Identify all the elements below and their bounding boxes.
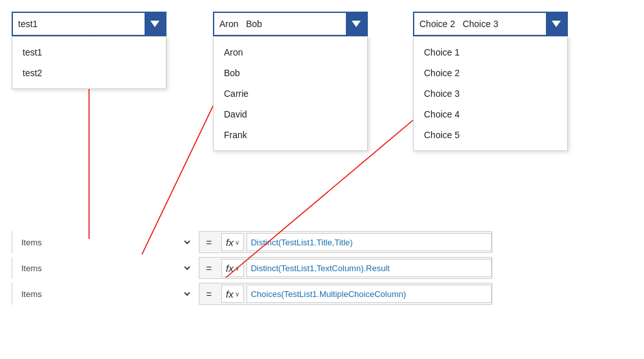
dropdown-2-header[interactable]: Aron Bob — [213, 12, 368, 36]
formula-expression-2[interactable]: Distinct(TestList1,TextColumn).Result — [247, 259, 492, 277]
fx-button-2[interactable]: fx ∨ — [221, 259, 244, 277]
fx-button-1[interactable]: fx ∨ — [221, 233, 244, 251]
equals-sign-3: = — [199, 289, 219, 300]
dropdown-3: Choice 2 Choice 3 Choice 1 Choice 2 Choi… — [413, 12, 568, 36]
dropdown-1-selected: test1 — [18, 19, 145, 29]
fx-chevron-2: ∨ — [235, 265, 239, 272]
formula-row-3: Items = fx ∨ Choices(TestList1.MultipleC… — [12, 283, 492, 305]
fx-chevron-1: ∨ — [235, 239, 239, 246]
property-select-3[interactable]: Items — [19, 289, 192, 300]
formula-rows-container: Items = fx ∨ Distinct(TestList1.Title,Ti… — [12, 231, 492, 305]
list-item[interactable]: Carrie — [214, 83, 367, 104]
dropdown-1-arrow[interactable] — [145, 12, 165, 36]
fx-text-2: fx — [226, 263, 234, 274]
dropdown-1: test1 test1 test2 — [12, 12, 166, 36]
dropdown-3-header[interactable]: Choice 2 Choice 3 — [413, 12, 568, 36]
list-item[interactable]: David — [214, 104, 367, 125]
list-item[interactable]: Aron — [214, 42, 367, 63]
dropdown-3-arrow[interactable] — [546, 12, 567, 36]
formula-property-1[interactable]: Items — [12, 231, 199, 253]
list-item[interactable]: test1 — [12, 42, 166, 63]
dropdown-2-selected: Aron Bob — [219, 19, 346, 29]
svg-marker-1 — [352, 21, 361, 27]
formula-expression-3[interactable]: Choices(TestList1.MultipleChoiceColumn) — [247, 285, 492, 303]
property-select-1[interactable]: Items — [19, 237, 192, 248]
fx-text-1: fx — [226, 237, 234, 248]
list-item[interactable]: Choice 4 — [414, 104, 567, 125]
svg-marker-0 — [150, 21, 159, 27]
formula-row-2: Items = fx ∨ Distinct(TestList1,TextColu… — [12, 257, 492, 279]
fx-button-3[interactable]: fx ∨ — [221, 285, 244, 303]
fx-chevron-3: ∨ — [235, 291, 239, 298]
list-item[interactable]: Choice 2 — [414, 63, 567, 83]
formula-property-3[interactable]: Items — [12, 283, 199, 305]
list-item[interactable]: Frank — [214, 125, 367, 145]
equals-sign-2: = — [199, 263, 219, 274]
dropdown-2-list: Aron Bob Carrie David Frank — [213, 36, 368, 151]
dropdown-3-selected: Choice 2 Choice 3 — [419, 19, 546, 29]
formula-property-2[interactable]: Items — [12, 257, 199, 279]
dropdown-2: Aron Bob Aron Bob Carrie David Frank — [213, 12, 368, 36]
formula-row-1: Items = fx ∨ Distinct(TestList1.Title,Ti… — [12, 231, 492, 253]
main-container: test1 test1 test2 Aron Bob Aron Bob Carr… — [0, 0, 644, 359]
list-item[interactable]: Choice 3 — [414, 83, 567, 104]
dropdown-3-list: Choice 1 Choice 2 Choice 3 Choice 4 Choi… — [413, 36, 568, 151]
expression-text-3: Choices(TestList1.MultipleChoiceColumn) — [251, 289, 407, 299]
list-item[interactable]: Choice 5 — [414, 125, 567, 145]
expression-text-1: Distinct(TestList1.Title,Title) — [251, 238, 353, 247]
dropdown-1-list: test1 test2 — [12, 36, 166, 89]
svg-marker-2 — [552, 21, 561, 27]
property-select-2[interactable]: Items — [19, 263, 192, 274]
dropdown-1-header[interactable]: test1 — [12, 12, 166, 36]
expression-text-2: Distinct(TestList1,TextColumn).Result — [251, 263, 390, 273]
fx-text-3: fx — [226, 289, 234, 300]
list-item[interactable]: test2 — [12, 63, 166, 83]
formula-expression-1[interactable]: Distinct(TestList1.Title,Title) — [247, 233, 492, 251]
equals-sign-1: = — [199, 237, 219, 248]
list-item[interactable]: Bob — [214, 63, 367, 83]
list-item[interactable]: Choice 1 — [414, 42, 567, 63]
dropdown-2-arrow[interactable] — [346, 12, 367, 36]
